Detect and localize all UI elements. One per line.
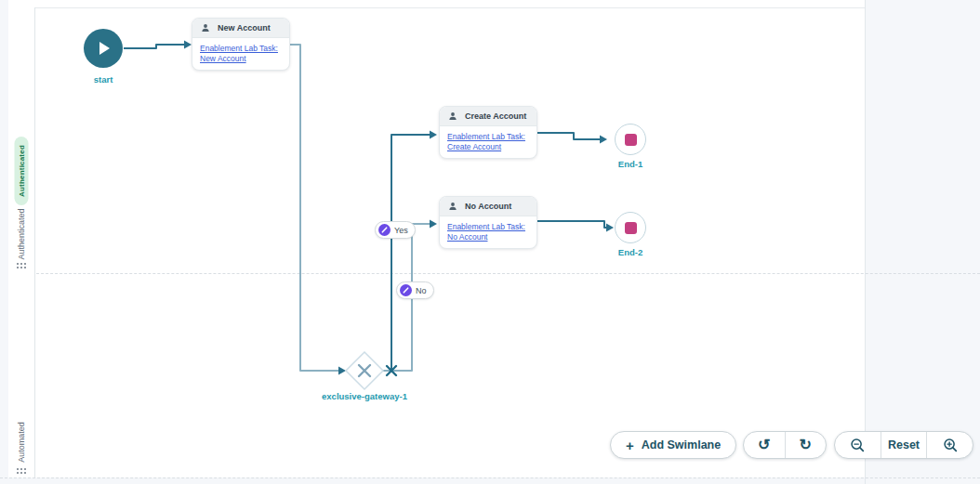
task-title: New Account bbox=[218, 23, 271, 33]
end-node-1[interactable] bbox=[615, 124, 646, 155]
plus-icon: + bbox=[626, 438, 634, 452]
reset-zoom-button[interactable]: Reset bbox=[881, 432, 927, 458]
zoom-out-icon bbox=[849, 437, 866, 453]
edge-new-account-to-gateway[interactable] bbox=[290, 45, 346, 375]
undo-icon: ↺ bbox=[758, 438, 770, 452]
task-header: New Account bbox=[192, 19, 289, 38]
end-node-1-label: End-1 bbox=[603, 159, 658, 169]
person-icon bbox=[448, 111, 457, 121]
edge-start-to-new-account[interactable] bbox=[124, 41, 192, 49]
task-node-new-account[interactable]: New Account Enablement Lab Task: New Acc… bbox=[192, 18, 290, 71]
task-title: Create Account bbox=[465, 111, 526, 121]
person-icon bbox=[201, 23, 210, 33]
workflow-canvas: Authenticated Authenticated Automated bbox=[0, 0, 980, 484]
exclusive-gateway-node[interactable] bbox=[346, 352, 383, 389]
condition-badge-no[interactable]: No bbox=[396, 281, 434, 299]
task-link[interactable]: Enablement Lab Task: New Account bbox=[200, 44, 282, 64]
end-node-2-label: End-2 bbox=[603, 247, 658, 257]
condition-label: No bbox=[416, 286, 427, 295]
zoom-out-button[interactable] bbox=[835, 432, 881, 458]
task-header: No Account bbox=[440, 197, 536, 216]
zoom-in-icon bbox=[942, 437, 959, 453]
end-node-2[interactable] bbox=[615, 212, 646, 243]
stop-square-icon bbox=[625, 222, 637, 234]
start-node-label: start bbox=[80, 74, 126, 85]
task-link[interactable]: Enablement Lab Task: No Account bbox=[447, 222, 529, 242]
start-node[interactable] bbox=[84, 29, 123, 68]
gateway-label: exclusive-gateway-1 bbox=[309, 391, 420, 401]
edge-gateway-yes-to-create-account[interactable] bbox=[391, 131, 437, 372]
person-icon bbox=[448, 202, 457, 211]
task-header: Create Account bbox=[440, 107, 536, 126]
undo-button[interactable]: ↺ bbox=[744, 432, 785, 458]
task-node-create-account[interactable]: Create Account Enablement Lab Task: Crea… bbox=[439, 106, 537, 159]
edge-no-account-to-end2[interactable] bbox=[537, 221, 614, 232]
play-icon bbox=[99, 42, 110, 55]
condition-icon bbox=[378, 224, 391, 236]
condition-badge-yes[interactable]: Yes bbox=[375, 221, 416, 239]
task-node-no-account[interactable]: No Account Enablement Lab Task: No Accou… bbox=[439, 196, 537, 249]
zoom-in-button[interactable] bbox=[926, 432, 973, 458]
condition-label: Yes bbox=[394, 226, 408, 235]
stop-square-icon bbox=[625, 134, 637, 146]
reset-label: Reset bbox=[888, 438, 920, 451]
task-link[interactable]: Enablement Lab Task: Create Account bbox=[447, 132, 529, 152]
task-title: No Account bbox=[465, 202, 511, 211]
add-swimlane-label: Add Swimlane bbox=[642, 438, 721, 451]
redo-icon: ↻ bbox=[800, 438, 812, 452]
history-button-group: ↺ ↻ bbox=[743, 431, 827, 459]
zoom-button-group: Reset bbox=[834, 431, 973, 459]
edge-create-account-to-end1[interactable] bbox=[537, 133, 607, 144]
add-swimlane-button[interactable]: + Add Swimlane bbox=[610, 431, 736, 459]
redo-button[interactable]: ↻ bbox=[785, 432, 827, 458]
condition-icon bbox=[400, 284, 412, 296]
